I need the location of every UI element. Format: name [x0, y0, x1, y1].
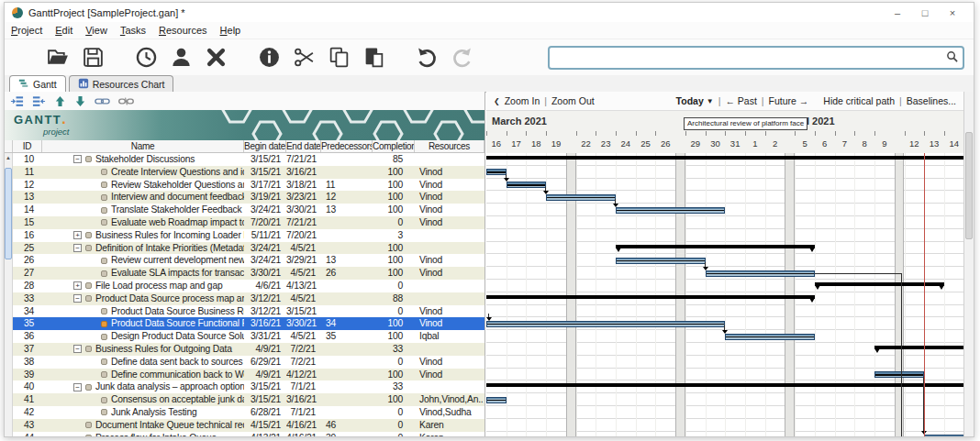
task-bar-44[interactable] — [924, 435, 963, 436]
table-row-11[interactable]: 11Create Interview Questions and identif… — [13, 166, 484, 179]
zoom-out-link[interactable]: Zoom Out — [551, 95, 595, 106]
hide-critical-path-link[interactable]: Hide critical path — [823, 95, 895, 106]
zoom-in-link[interactable]: Zoom In — [505, 95, 540, 106]
collapse-panel-icon[interactable]: ❮ — [494, 97, 500, 105]
unlink-icon[interactable] — [118, 96, 134, 106]
task-bar-41[interactable] — [486, 397, 507, 403]
cut-icon[interactable] — [293, 46, 316, 69]
chevron-down-icon[interactable]: ▼ — [707, 97, 714, 105]
task-bar-11[interactable] — [486, 169, 507, 175]
table-row-40[interactable]: 40−Junk data analysis – approach options… — [13, 380, 484, 393]
table-row-42[interactable]: 42Junk Analysis Testing6/28/217/1/210Vin… — [13, 406, 484, 419]
menu-resources[interactable]: Resources — [152, 25, 214, 36]
table-row-36[interactable]: 36Design Product Data Source Solution3/3… — [13, 330, 484, 343]
task-bar-35[interactable] — [486, 321, 725, 327]
summary-bar-25[interactable] — [616, 245, 815, 248]
table-row-44[interactable]: 44Process flow for Intake Queue4/13/214/… — [13, 432, 484, 436]
collapse-toggle-icon[interactable]: − — [73, 294, 82, 303]
column-header-resources[interactable]: Resources — [415, 140, 484, 152]
summary-bar-10[interactable] — [486, 156, 963, 160]
task-name: Interview and document feedback for st. — [111, 191, 244, 204]
past-link[interactable]: ← Past — [725, 95, 756, 106]
table-row-14[interactable]: 14Translate Stakeholder Feedback into Bu… — [13, 204, 484, 216]
table-row-34[interactable]: 34Product Data Source Business Requirem.… — [13, 305, 484, 318]
collapse-toggle-icon[interactable]: − — [73, 345, 82, 353]
info-icon[interactable] — [258, 46, 281, 69]
collapse-toggle-icon[interactable]: − — [73, 383, 82, 391]
move-down-icon[interactable] — [74, 95, 86, 107]
table-row-16[interactable]: 16+Business Rules for Incoming Loader Da… — [13, 229, 484, 242]
table-row-13[interactable]: 13Interview and document feedback for st… — [13, 191, 484, 204]
table-row-33[interactable]: 33−Product Data Source process map and g… — [13, 292, 484, 305]
copy-icon[interactable] — [328, 46, 351, 69]
today-dropdown[interactable]: Today — [676, 95, 704, 106]
tab-resources-chart[interactable]: Resources Chart — [69, 75, 174, 92]
table-vertical-scrollbar[interactable]: ▲ — [5, 153, 13, 436]
table-row-37[interactable]: 37−Business Rules for Outgoing Data4/9/2… — [13, 343, 484, 356]
task-bar-12[interactable] — [507, 182, 546, 188]
table-row-38[interactable]: 38Define data sent back to sources6/29/2… — [13, 356, 484, 369]
indent-icon[interactable] — [10, 94, 24, 108]
task-bar-14[interactable] — [616, 207, 725, 214]
column-header-name[interactable]: Name — [42, 140, 244, 152]
clock-icon[interactable] — [135, 46, 158, 69]
maximize-button[interactable]: □ — [911, 7, 939, 18]
baselines-link[interactable]: Baselines... — [907, 95, 956, 106]
future-link[interactable]: Future → — [769, 95, 809, 106]
move-up-icon[interactable] — [54, 95, 66, 107]
outdent-icon[interactable] — [32, 94, 46, 108]
menu-edit[interactable]: Edit — [49, 25, 79, 36]
collapse-toggle-icon[interactable]: − — [73, 155, 82, 163]
summary-bar-33[interactable] — [486, 295, 815, 299]
menu-view[interactable]: View — [79, 25, 114, 36]
undo-icon[interactable] — [416, 46, 439, 69]
paste-icon[interactable] — [362, 46, 385, 69]
minimize-button[interactable]: – — [884, 7, 911, 18]
scrollbar-thumb[interactable] — [5, 168, 12, 259]
person-icon[interactable] — [170, 46, 193, 69]
table-row-27[interactable]: 27Evaluate SLA impacts for transaction s… — [13, 267, 484, 280]
summary-bar-40[interactable] — [486, 383, 963, 387]
column-header-completion[interactable]: Completion — [373, 140, 415, 152]
scroll-up-arrow-icon[interactable]: ▲ — [5, 153, 12, 162]
column-header-id[interactable]: ID — [13, 140, 42, 152]
table-row-12[interactable]: 12Review Stakeholder Questions and Inter… — [13, 179, 484, 192]
menu-tasks[interactable]: Tasks — [114, 25, 152, 36]
column-header-predecessors[interactable]: Predecessors — [321, 140, 373, 152]
tab-gantt[interactable]: Gantt — [9, 75, 66, 92]
table-row-39[interactable]: 39Define communication back to Web for.4… — [13, 369, 484, 381]
save-icon[interactable] — [82, 46, 105, 69]
task-bar-27[interactable] — [706, 270, 815, 277]
task-name: Junk data analysis – approach options — [95, 380, 244, 393]
menu-help[interactable]: Help — [214, 25, 248, 36]
table-row-10[interactable]: 10−Stakeholder Discussions3/15/217/21/21… — [13, 153, 484, 166]
link-icon[interactable] — [95, 96, 110, 106]
scrollbar-thumb[interactable] — [965, 132, 973, 239]
close-button[interactable]: × — [939, 7, 966, 18]
task-bar-26[interactable] — [616, 258, 706, 264]
search-icon[interactable] — [946, 50, 958, 66]
column-header-begin-date[interactable]: Begin date — [244, 140, 286, 152]
table-row-35[interactable]: 35Product Data Source Functional Require… — [13, 317, 484, 330]
table-row-15[interactable]: 15Evaluate web Roadmap impact to proje7/… — [13, 216, 484, 229]
table-row-28[interactable]: 28+File Load process map and gap4/6/214/… — [13, 280, 484, 292]
delete-icon[interactable] — [205, 46, 228, 69]
expand-toggle-icon[interactable]: + — [73, 281, 82, 290]
menu-project[interactable]: Project — [5, 25, 49, 36]
search-input[interactable] — [554, 51, 946, 64]
table-row-25[interactable]: 25−Definition of Intake Priorities (Meta… — [13, 242, 484, 255]
table-row-41[interactable]: 41Consensus on acceptable junk data%3/15… — [13, 393, 484, 406]
summary-bar-37[interactable] — [874, 346, 963, 349]
task-bullet-icon — [85, 422, 92, 428]
open-icon[interactable] — [47, 46, 70, 69]
table-row-43[interactable]: 43Document Intake Queue technical requir… — [13, 419, 484, 432]
day-tick-label: 8 — [854, 138, 874, 149]
task-bar-36[interactable] — [725, 334, 815, 340]
task-bar-13[interactable] — [546, 194, 616, 201]
collapse-toggle-icon[interactable]: − — [73, 244, 82, 252]
column-header-end-date[interactable]: End date — [286, 140, 321, 152]
task-bar-39[interactable] — [874, 371, 924, 378]
expand-toggle-icon[interactable]: + — [73, 231, 82, 239]
table-row-26[interactable]: 26Review current development new Priorit… — [13, 254, 484, 267]
chart-vertical-scrollbar[interactable] — [963, 92, 974, 436]
